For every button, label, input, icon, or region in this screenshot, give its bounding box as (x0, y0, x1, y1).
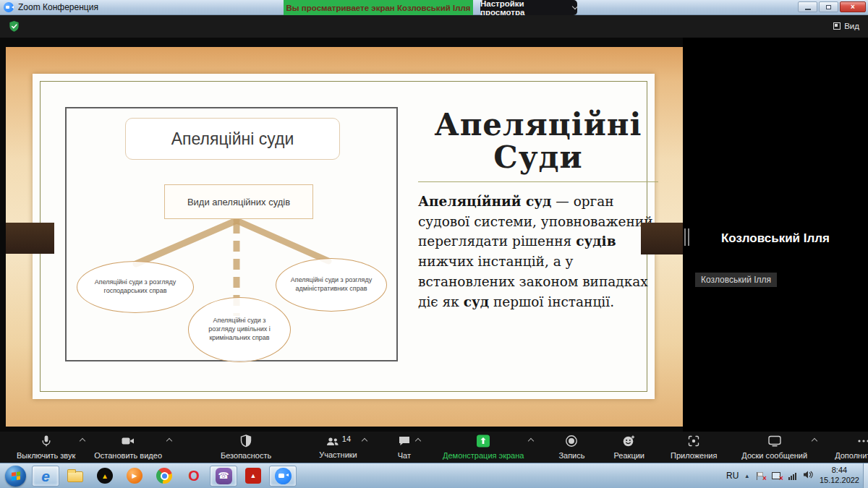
chevron-down-icon (572, 4, 578, 9)
signal-strength-icon[interactable] (788, 472, 796, 480)
volume-icon[interactable] (803, 469, 813, 482)
slide-heading-line1: Апеляційні (418, 109, 658, 142)
flowchart-title-box: Апеляційні суди (125, 118, 340, 160)
acrobat-icon: ▲ (245, 468, 261, 484)
chevron-up-icon[interactable] (528, 438, 534, 444)
view-options-dropdown[interactable]: Настройки просмотра (480, 0, 577, 15)
clock-time: 8:44 (820, 466, 859, 476)
more-dots-icon (856, 435, 868, 449)
slide-ribbon-left (6, 223, 54, 254)
start-button[interactable] (5, 466, 26, 487)
camera-icon (121, 435, 135, 449)
taskbar-file-explorer[interactable] (61, 466, 89, 487)
participant-name-tag: Козловський Ілля (695, 273, 777, 287)
clock-date: 15.12.2022 (820, 476, 859, 486)
chevron-up-icon[interactable] (812, 438, 817, 444)
record-icon (565, 435, 578, 449)
slide-heading-line2: Суди (418, 142, 658, 174)
taskbar-internet-explorer[interactable]: e (32, 466, 59, 487)
chat-icon (398, 435, 411, 449)
shield-icon (239, 435, 252, 449)
viber-icon: ☎ (216, 468, 232, 484)
zoom-window: Zoom Конференция Вы просматриваете экран… (0, 0, 868, 488)
viewing-screen-banner: Вы просматриваете экран Козловський Ілля (284, 0, 473, 15)
record-button[interactable]: Запись (549, 432, 594, 463)
window-controls: × (798, 1, 866, 12)
taskbar-media-player[interactable]: ▶ (121, 466, 148, 487)
taskbar-aimp[interactable]: ▲ (91, 466, 119, 487)
participant-name: Козловський Ілля (683, 231, 868, 246)
taskbar-chrome[interactable] (150, 466, 178, 487)
taskbar-viber[interactable]: ☎ (210, 466, 237, 487)
video-panel: Козловський Ілля Козловський Ілля (683, 38, 868, 432)
chevron-up-icon[interactable] (166, 438, 172, 444)
chevron-up-icon[interactable] (362, 438, 367, 444)
meeting-main-area: Апеляційні суди Види апеляційних судів А… (0, 38, 868, 432)
show-desktop-button[interactable] (863, 463, 868, 488)
hidden-icons-chevron[interactable]: ▴ (745, 472, 749, 479)
language-indicator[interactable]: RU (726, 471, 739, 481)
shared-screen: Апеляційні суди Види апеляційних судів А… (6, 47, 683, 427)
flowchart-ellipse-civil-criminal: Апеляційні суди з розгляду цивільних і к… (188, 297, 291, 362)
taskbar-acrobat[interactable]: ▲ (239, 466, 267, 487)
participants-count: 14 (342, 435, 351, 443)
flowchart-types-box: Види апеляційних судів (164, 184, 313, 219)
close-button[interactable]: × (840, 1, 866, 12)
view-button[interactable]: Вид (833, 22, 859, 30)
taskbar-opera[interactable]: O (180, 466, 208, 487)
whiteboard-button[interactable]: Доски сообщений (732, 432, 817, 463)
slide-body-text: Апеляці́йний суд — орган судової системи… (418, 192, 658, 312)
share-screen-icon (476, 435, 490, 449)
stop-video-button[interactable]: Остановить видео (85, 432, 171, 463)
participants-button[interactable]: 14 Участники (310, 432, 367, 463)
chrome-icon (156, 468, 172, 484)
microphone-icon (40, 435, 53, 449)
mute-button[interactable]: Выключить звук (7, 432, 85, 463)
chevron-up-icon[interactable] (415, 438, 421, 444)
windows-taskbar: e ▲ ▶ O ☎ ▲ RU ▴ × × 8:44 15.12.2022 (0, 463, 868, 488)
chat-button[interactable]: Чат (388, 432, 420, 463)
heading-divider (418, 181, 658, 182)
zoom-app-icon (275, 468, 292, 484)
minimize-button[interactable] (798, 1, 817, 12)
flowchart-ellipse-administrative: Апеляційні суди з розгляду адміністратив… (276, 258, 387, 312)
view-label: Вид (844, 22, 859, 30)
security-button[interactable]: Безопасность (211, 432, 281, 463)
zoom-logo-icon (4, 2, 14, 12)
slide-ribbon-right (641, 223, 683, 254)
window-title: Zoom Конференция (18, 2, 98, 12)
opera-icon: O (188, 468, 200, 483)
windows-flag-icon (12, 471, 20, 480)
whiteboard-icon (767, 435, 782, 449)
flowchart-ellipse-commercial: Апеляційні суди з розгляду господарських… (77, 261, 194, 313)
zoom-toolbar: Выключить звук Остановить видео Безопасн… (0, 432, 868, 463)
more-button[interactable]: Дополнительно (825, 432, 868, 463)
aimp-icon: ▲ (97, 468, 113, 484)
taskbar-clock[interactable]: 8:44 15.12.2022 (820, 466, 859, 486)
slide-text-column: Апеляційні Суди Апеляці́йний суд — орган… (418, 109, 658, 312)
internet-explorer-icon: e (41, 468, 50, 484)
network-error-icon[interactable]: × (772, 471, 782, 481)
view-options-label: Настройки просмотра (480, 0, 568, 17)
view-grid-icon (833, 22, 841, 30)
window-title-bar: Zoom Конференция Вы просматриваете экран… (0, 0, 868, 15)
folder-icon (67, 471, 83, 482)
meeting-info-bar: Вид (0, 15, 868, 38)
slide-heading: Апеляційні Суди (418, 109, 658, 174)
system-tray: RU ▴ × × 8:44 15.12.2022 (726, 466, 867, 486)
apps-button[interactable]: Приложения (661, 432, 726, 463)
reactions-icon (622, 435, 636, 449)
reactions-button[interactable]: Реакции (605, 432, 655, 463)
taskbar-zoom[interactable] (269, 466, 297, 487)
action-center-flag-icon[interactable]: × (755, 471, 765, 481)
participants-icon (326, 435, 340, 450)
encryption-shield-icon[interactable] (8, 20, 20, 35)
restore-button[interactable] (819, 1, 838, 12)
share-screen-button[interactable]: Демонстрация экрана (433, 432, 533, 463)
media-player-icon: ▶ (127, 468, 142, 484)
apps-icon (687, 435, 700, 449)
